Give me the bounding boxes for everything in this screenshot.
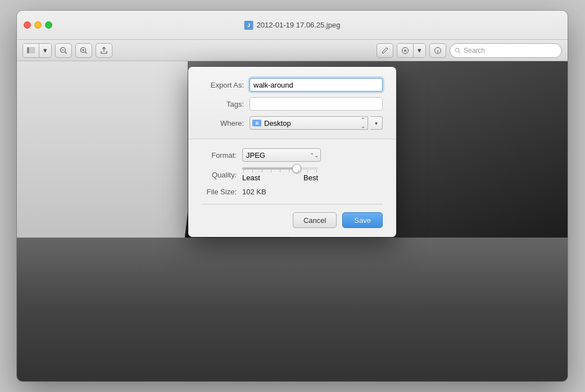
quality-ticks <box>242 170 318 172</box>
quality-label: Quality: <box>202 171 242 179</box>
dialog-divider <box>202 204 383 204</box>
export-as-row: Export As: <box>202 78 383 92</box>
quality-slider-container: Least Best <box>242 167 318 182</box>
where-value: Desktop <box>264 119 291 127</box>
cancel-button[interactable]: Cancel <box>293 212 337 228</box>
toolbar: ▾ <box>17 40 568 61</box>
search-box[interactable] <box>450 43 562 58</box>
tick-5 <box>280 170 280 172</box>
tick-3 <box>262 170 262 172</box>
dialog-overlay: Export As: Tags: Where: 🖥 Desktop <box>17 61 568 381</box>
tick-4 <box>271 170 271 172</box>
svg-text:i: i <box>437 49 438 54</box>
file-icon: J <box>244 21 253 30</box>
tick-8 <box>307 170 308 172</box>
quality-max-label: Best <box>303 174 318 182</box>
markup-btn[interactable]: ▾ <box>397 43 426 58</box>
sidebar-toggle-arrow[interactable]: ▾ <box>39 44 51 57</box>
search-icon <box>455 47 461 54</box>
search-input[interactable] <box>464 47 557 54</box>
where-select[interactable]: 🖥 Desktop ⌃ ⌄ <box>250 116 368 130</box>
quality-labels: Least Best <box>242 174 318 182</box>
share-btn[interactable] <box>96 43 112 58</box>
tick-2 <box>252 170 253 172</box>
sidebar-toggle-btn[interactable] <box>23 44 39 57</box>
where-expand-btn[interactable]: ▾ <box>370 116 383 130</box>
titlebar: J 2012-01-19 17.06.25.jpeg <box>17 11 568 40</box>
filesize-value: 102 KB <box>242 188 266 196</box>
desktop-icon: 🖥 <box>252 120 261 126</box>
quality-min-label: Least <box>242 174 260 182</box>
format-select-wrapper: JPEG PNG TIFF PDF ⌃⌄ <box>242 148 321 162</box>
format-row: Format: JPEG PNG TIFF PDF ⌃⌄ <box>202 148 383 162</box>
svg-rect-1 <box>30 47 35 53</box>
traffic-lights <box>24 21 52 29</box>
tags-row: Tags: <box>202 97 383 111</box>
view-toggle[interactable]: ▾ <box>22 43 52 58</box>
close-button[interactable] <box>24 21 31 29</box>
tags-input[interactable] <box>250 97 383 111</box>
edit-btn[interactable] <box>377 43 393 58</box>
svg-line-8 <box>85 52 87 53</box>
info-btn[interactable]: i <box>429 43 446 58</box>
svg-rect-0 <box>27 47 29 53</box>
quality-row: Quality: <box>202 167 383 182</box>
where-row: Where: 🖥 Desktop ⌃ ⌄ ▾ <box>202 116 383 130</box>
tick-1 <box>243 170 244 172</box>
svg-point-13 <box>455 48 459 51</box>
dialog-top-section: Export As: Tags: Where: 🖥 Desktop <box>188 67 396 139</box>
minimize-button[interactable] <box>34 21 42 29</box>
filesize-label: File Size: <box>202 188 242 196</box>
zoom-out-btn[interactable] <box>55 43 72 58</box>
window-title: 2012-01-19 17.06.25.jpeg <box>257 21 341 29</box>
window-title-area: J 2012-01-19 17.06.25.jpeg <box>244 21 341 30</box>
where-label: Where: <box>202 119 250 127</box>
filesize-row: File Size: 102 KB <box>202 188 383 196</box>
content-area: Export As: Tags: Where: 🖥 Desktop <box>17 61 568 381</box>
export-as-input[interactable] <box>250 78 383 92</box>
svg-line-14 <box>459 51 460 53</box>
export-dialog: Export As: Tags: Where: 🖥 Desktop <box>188 67 396 237</box>
svg-line-4 <box>65 52 67 53</box>
format-select[interactable]: JPEG PNG TIFF PDF <box>242 148 321 162</box>
dialog-buttons: Cancel Save <box>202 212 383 228</box>
markup-icon[interactable] <box>397 44 414 57</box>
dialog-bottom-section: Format: JPEG PNG TIFF PDF ⌃⌄ Qu <box>188 139 396 237</box>
tick-9 <box>316 170 317 172</box>
tick-6 <box>289 170 289 172</box>
save-button[interactable]: Save <box>342 212 383 228</box>
where-select-arrow: ⌃ ⌄ <box>361 117 365 129</box>
tick-7 <box>298 170 299 172</box>
zoom-in-btn[interactable] <box>75 43 92 58</box>
markup-arrow[interactable]: ▾ <box>414 44 425 57</box>
maximize-button[interactable] <box>45 21 52 29</box>
app-window: J 2012-01-19 17.06.25.jpeg ▾ <box>17 11 568 381</box>
export-as-label: Export As: <box>202 81 250 89</box>
format-label: Format: <box>202 151 242 159</box>
tags-label: Tags: <box>202 100 250 108</box>
where-select-wrap: 🖥 Desktop ⌃ ⌄ ▾ <box>250 116 383 130</box>
